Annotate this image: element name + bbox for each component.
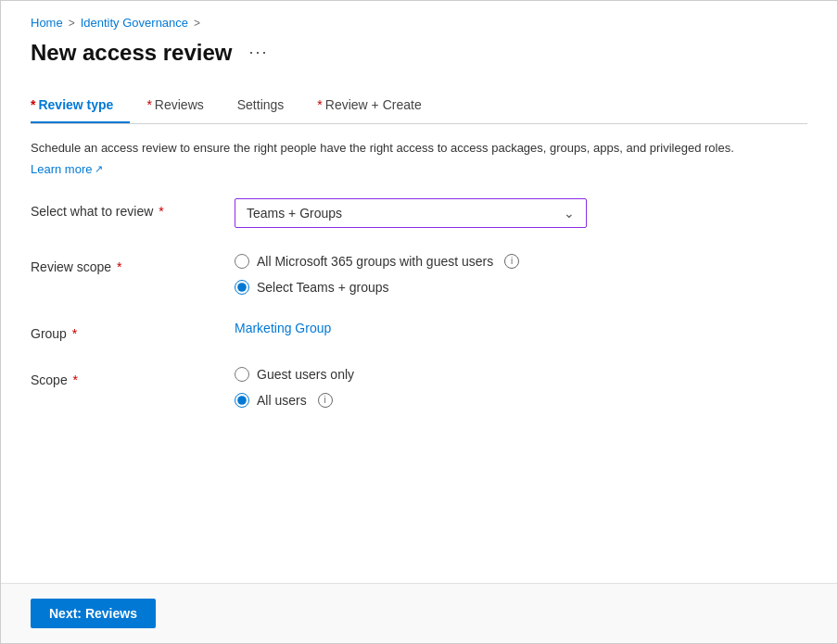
scope-label: Scope * xyxy=(31,367,235,387)
select-what-row: Select what to review * Teams + Groups ⌄ xyxy=(31,198,807,228)
footer: Next: Reviews xyxy=(1,584,837,643)
scope-radio-group: Guest users only All users i xyxy=(235,367,807,408)
ellipsis-button[interactable]: ··· xyxy=(244,39,274,66)
breadcrumb-identity-governance[interactable]: Identity Governance xyxy=(81,16,188,30)
tab-review-create-star: * xyxy=(317,97,322,112)
group-control: Marketing Group xyxy=(235,321,807,335)
info-icon-all-365[interactable]: i xyxy=(504,254,519,269)
radio-guest-only-input[interactable] xyxy=(235,367,249,382)
select-what-dropdown[interactable]: Teams + Groups ⌄ xyxy=(235,198,587,228)
review-scope-radio-group: All Microsoft 365 groups with guest user… xyxy=(235,254,807,295)
external-link-icon: ↗ xyxy=(95,163,103,175)
page-title: New access review xyxy=(31,40,233,66)
description-text: Schedule an access review to ensure the … xyxy=(31,139,807,158)
chevron-down-icon: ⌄ xyxy=(564,206,575,221)
breadcrumb: Home > Identity Governance > xyxy=(31,16,807,30)
radio-select-teams-input[interactable] xyxy=(235,280,249,295)
radio-guest-only[interactable]: Guest users only xyxy=(235,367,807,382)
select-what-label: Select what to review * xyxy=(31,198,235,219)
tab-review-create[interactable]: *Review + Create xyxy=(317,88,438,123)
radio-all-users-input[interactable] xyxy=(235,393,249,408)
tab-reviews-star: * xyxy=(146,97,151,112)
scope-row: Scope * Guest users only All users i xyxy=(31,367,807,408)
breadcrumb-sep2: > xyxy=(194,17,200,30)
breadcrumb-home[interactable]: Home xyxy=(31,16,63,30)
tab-bar: *Review type *Reviews Settings *Review +… xyxy=(31,88,807,124)
group-label: Group * xyxy=(31,321,235,341)
tab-review-type-star: * xyxy=(31,97,35,112)
select-what-control: Teams + Groups ⌄ xyxy=(235,198,807,228)
breadcrumb-sep1: > xyxy=(69,17,75,30)
learn-more-link[interactable]: Learn more ↗ xyxy=(31,162,103,176)
group-link[interactable]: Marketing Group xyxy=(235,321,331,335)
review-scope-row: Review scope * All Microsoft 365 groups … xyxy=(31,254,807,295)
form-section: Select what to review * Teams + Groups ⌄… xyxy=(31,198,807,408)
radio-all-365-input[interactable] xyxy=(235,254,249,269)
radio-all-365-label: All Microsoft 365 groups with guest user… xyxy=(257,254,493,269)
radio-select-teams-label: Select Teams + groups xyxy=(257,280,389,295)
radio-all-365[interactable]: All Microsoft 365 groups with guest user… xyxy=(235,254,807,269)
radio-all-users[interactable]: All users i xyxy=(235,393,807,408)
radio-all-users-label: All users xyxy=(257,393,307,408)
radio-guest-only-label: Guest users only xyxy=(257,367,354,382)
tab-settings[interactable]: Settings xyxy=(237,88,301,123)
review-scope-label: Review scope * xyxy=(31,254,235,274)
review-scope-control: All Microsoft 365 groups with guest user… xyxy=(235,254,807,295)
scope-control: Guest users only All users i xyxy=(235,367,807,408)
radio-select-teams[interactable]: Select Teams + groups xyxy=(235,280,807,295)
tab-review-type[interactable]: *Review type xyxy=(31,88,130,123)
info-icon-all-users[interactable]: i xyxy=(318,393,333,408)
tab-reviews[interactable]: *Reviews xyxy=(146,88,220,123)
group-row: Group * Marketing Group xyxy=(31,321,807,341)
next-reviews-button[interactable]: Next: Reviews xyxy=(31,599,156,628)
